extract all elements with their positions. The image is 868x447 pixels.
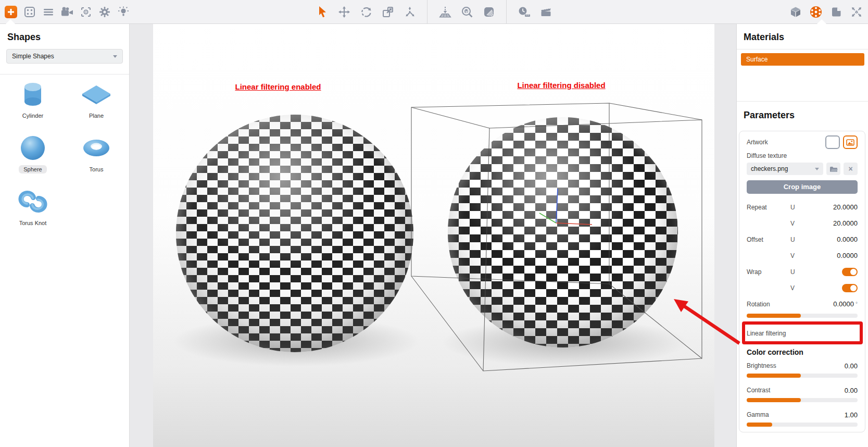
select-tool-button[interactable] — [316, 5, 329, 18]
camera-button[interactable] — [60, 5, 73, 18]
snapshot-focus-button[interactable] — [79, 5, 92, 18]
add-shape-button[interactable] — [4, 5, 17, 18]
checkered-sphere-filtered[interactable] — [176, 115, 413, 352]
divider — [737, 49, 868, 49]
repeat-v-row: V 20.0000 — [744, 215, 861, 231]
shape-item-torus[interactable]: Torus — [65, 133, 128, 173]
clock-icon — [518, 6, 531, 18]
materials-ball-icon — [809, 5, 822, 19]
camera-icon — [60, 6, 73, 18]
rotation-slider[interactable] — [747, 314, 858, 318]
torus-icon — [77, 133, 116, 163]
crop-image-button[interactable]: Crop image — [747, 180, 858, 194]
texture-dropdown[interactable]: checkers.png — [747, 163, 823, 175]
checkered-sphere-unfiltered[interactable] — [448, 117, 678, 347]
lighting-button[interactable] — [117, 5, 130, 18]
browse-texture-button[interactable] — [826, 163, 840, 175]
gamma-value[interactable]: 1.00 — [845, 411, 858, 419]
magnifier-cube-icon — [461, 6, 473, 18]
shapes-panel-title: Shapes — [0, 23, 129, 49]
contrast-row: Contrast 0.00 — [744, 384, 861, 396]
shape-label: Sphere — [19, 165, 46, 173]
materials-tool-button[interactable] — [482, 5, 495, 18]
close-icon: × — [848, 165, 852, 173]
linear-filtering-row: Linear filtering — [744, 324, 861, 343]
zoom-to-object-button[interactable] — [460, 5, 473, 18]
v-label: V — [790, 284, 817, 292]
render-canvas[interactable]: Linear filtering enabled Linear filterin… — [153, 23, 714, 447]
scene-tree-button[interactable] — [42, 5, 55, 18]
gamma-slider-fill — [747, 423, 772, 427]
rotate-tool-button[interactable] — [359, 5, 372, 18]
shape-item-cylinder[interactable]: Cylinder — [1, 80, 65, 120]
shapes-grid-button[interactable] — [23, 5, 36, 18]
cursor-arrow-icon — [316, 5, 329, 19]
shape-item-plane[interactable]: Plane — [65, 80, 128, 120]
brightness-value[interactable]: 0.00 — [845, 362, 858, 370]
artwork-label: Artwork — [747, 139, 790, 146]
repeat-v-value[interactable]: 20.0000 — [817, 219, 858, 227]
v-label: V — [790, 252, 817, 259]
contrast-slider[interactable] — [747, 398, 858, 402]
image-page-icon — [830, 6, 842, 18]
gamma-slider[interactable] — [747, 423, 858, 427]
offset-u-row: Offset U 0.0000 — [744, 231, 861, 247]
u-label: U — [790, 268, 817, 276]
artwork-mode-buttons — [825, 135, 858, 149]
render-animation-button[interactable] — [539, 5, 552, 18]
toolbar — [0, 0, 868, 24]
light-bulb-icon — [117, 6, 130, 18]
move-icon — [338, 6, 350, 18]
wrap-u-toggle[interactable] — [842, 268, 858, 276]
image-output-button[interactable] — [829, 5, 842, 18]
move-tool-button[interactable] — [337, 5, 350, 18]
v-label: V — [790, 220, 817, 227]
artwork-none-button[interactable] — [825, 135, 840, 149]
drop-to-floor-button[interactable] — [438, 5, 451, 18]
chevron-down-icon — [815, 168, 819, 170]
repeat-u-value[interactable]: 20.0000 — [817, 203, 858, 211]
wrap-u-row: Wrap U — [744, 264, 861, 280]
wrap-label: Wrap — [747, 268, 790, 276]
shape-label: Torus Knot — [15, 219, 52, 227]
snapshot-time-button[interactable] — [518, 5, 531, 18]
annotation-left: Linear filtering enabled — [235, 82, 321, 91]
rotation-value[interactable]: 0.0000 — [833, 300, 854, 308]
clear-texture-button[interactable]: × — [844, 163, 858, 175]
repeat-u-row: Repeat U 20.0000 — [744, 199, 861, 215]
plus-icon — [5, 6, 17, 18]
u-label: U — [790, 236, 817, 243]
rotation-row: Rotation 0.0000 ° — [744, 296, 861, 312]
scatter-tool-button[interactable] — [403, 5, 416, 18]
shape-item-sphere[interactable]: Sphere — [1, 133, 65, 173]
brightness-slider-fill — [747, 374, 801, 378]
texture-swatch-icon — [483, 6, 495, 18]
brightness-row: Brightness 0.00 — [744, 359, 861, 372]
expand-arrows-icon — [850, 6, 863, 18]
scale-tool-button[interactable] — [381, 5, 394, 18]
wrap-v-toggle[interactable] — [842, 284, 858, 292]
color-correction-title: Color correction — [744, 343, 861, 357]
offset-u-value[interactable]: 0.0000 — [817, 235, 858, 243]
shape-label: Cylinder — [18, 111, 48, 120]
scene-view-button[interactable] — [789, 5, 802, 18]
cylinder-icon — [13, 80, 53, 109]
shape-label: Plane — [84, 111, 108, 120]
folder-icon — [829, 166, 838, 172]
shape-item-torus-knot[interactable]: Torus Knot — [1, 187, 65, 227]
toolbar-left-group — [4, 0, 130, 23]
brightness-slider[interactable] — [747, 374, 858, 378]
settings-button[interactable] — [98, 5, 111, 18]
fit-view-button[interactable] — [850, 5, 863, 18]
contrast-slider-fill — [747, 398, 801, 402]
brightness-label: Brightness — [747, 362, 776, 369]
shape-category-dropdown[interactable]: Simple Shapes — [6, 49, 123, 64]
artwork-image-button[interactable] — [843, 135, 858, 149]
offset-v-value[interactable]: 0.0000 — [817, 252, 858, 259]
contrast-value[interactable]: 0.00 — [845, 387, 858, 394]
gamma-label: Gamma — [747, 411, 769, 418]
material-item-surface[interactable]: Surface — [741, 53, 864, 66]
materials-panel: Materials Surface Parameters Artwork — [736, 23, 868, 447]
materials-list-empty-space — [737, 66, 868, 101]
materials-panel-button[interactable] — [809, 5, 822, 18]
